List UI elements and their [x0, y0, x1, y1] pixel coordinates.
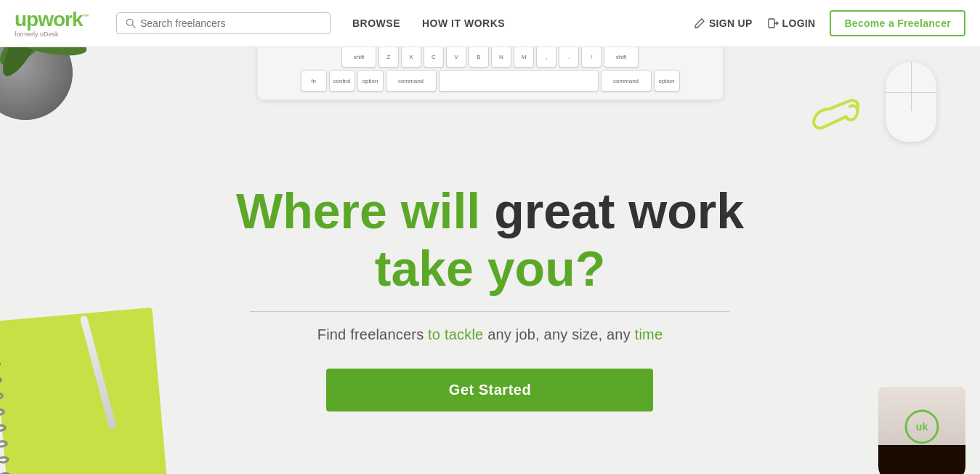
- hero-subtitle-tackle: to tackle: [428, 326, 483, 342]
- hero-title: Where will great work take you?: [236, 182, 744, 296]
- hero-title-line1-green: Where will: [236, 183, 480, 238]
- key-command-right: command: [601, 70, 652, 92]
- key-shift-right: shift: [604, 47, 639, 68]
- spiral-ring: [0, 408, 5, 416]
- key-m: M: [514, 47, 534, 68]
- nav-links: BROWSE HOW IT WORKS: [352, 17, 694, 29]
- key-control: control: [329, 70, 355, 92]
- key-n: N: [491, 47, 511, 68]
- key-b: B: [469, 47, 489, 68]
- coffee-decoration: uk: [878, 387, 965, 474]
- svg-point-5: [0, 47, 47, 81]
- hero-section: shift Z X C V B N M , . / shift fn contr…: [0, 47, 980, 474]
- hero-subtitle: Find freelancers to tackle any job, any …: [236, 326, 744, 343]
- paperclip-decoration: [806, 85, 864, 147]
- svg-text:uk: uk: [916, 421, 928, 433]
- hero-subtitle-time: time: [635, 326, 663, 342]
- keyboard-row-1: shift Z X C V B N M , . / shift: [264, 47, 717, 68]
- logo-sub: formerly oDesk: [15, 31, 59, 38]
- key-fn: fn: [301, 70, 327, 92]
- hero-title-line2: take you?: [375, 241, 605, 296]
- spiral-ring: [0, 392, 4, 400]
- mouse-vline: [911, 62, 912, 111]
- key-comma: ,: [536, 47, 556, 68]
- key-option-right: option: [654, 70, 680, 92]
- svg-line-1: [132, 25, 135, 28]
- coffee-logo: uk: [904, 409, 940, 445]
- plant-leaves: [0, 47, 116, 84]
- pencil-icon: [694, 17, 705, 29]
- key-c: C: [424, 47, 444, 68]
- keyboard-row-2: fn control option command command option: [264, 70, 717, 92]
- coffee-liquid: [878, 445, 965, 474]
- key-z: Z: [378, 47, 399, 68]
- search-icon: [126, 18, 136, 28]
- mouse: [886, 62, 936, 142]
- login-button[interactable]: LOGIN: [767, 17, 816, 29]
- navbar: upwork™ formerly oDesk BROWSE HOW IT WOR…: [0, 0, 980, 47]
- key-shift-left: shift: [341, 47, 376, 68]
- login-icon: [767, 17, 779, 29]
- spiral-ring: [0, 456, 9, 464]
- key-slash: /: [581, 47, 602, 68]
- keyboard-decoration: shift Z X C V B N M , . / shift fn contr…: [243, 47, 737, 167]
- nav-right: SIGN UP LOGIN Become a Freelancer: [694, 10, 965, 36]
- key-space: [439, 70, 599, 92]
- key-command-left: command: [386, 70, 437, 92]
- hero-content: Where will great work take you? Find fre…: [236, 182, 744, 411]
- spiral-ring: [0, 440, 8, 448]
- search-box[interactable]: [116, 12, 331, 34]
- key-v: V: [446, 47, 466, 68]
- logo-text: upwork™: [15, 9, 89, 30]
- spiral-ring: [0, 360, 1, 368]
- spiral-ring: [0, 376, 2, 384]
- svg-rect-2: [769, 19, 774, 28]
- spiral-ring: [0, 424, 7, 432]
- key-option: option: [357, 70, 384, 92]
- nav-how-it-works[interactable]: HOW IT WORKS: [422, 17, 505, 29]
- search-input[interactable]: [140, 17, 321, 29]
- nav-browse[interactable]: BROWSE: [352, 17, 400, 29]
- notebook-spiral: [0, 328, 12, 474]
- mouse-decoration: [886, 62, 936, 142]
- keyboard: shift Z X C V B N M , . / shift fn contr…: [258, 47, 723, 100]
- logo: upwork™ formerly oDesk: [15, 9, 102, 38]
- signup-button[interactable]: SIGN UP: [694, 17, 753, 29]
- become-freelancer-button[interactable]: Become a Freelancer: [830, 10, 965, 36]
- hero-divider: [250, 311, 729, 312]
- coffee-cup: uk: [878, 387, 965, 474]
- key-x: X: [401, 47, 421, 68]
- plant-decoration: [0, 47, 73, 120]
- key-period: .: [559, 47, 579, 68]
- hero-title-line1-dark2: great work: [494, 183, 744, 238]
- paperclip-icon: [808, 85, 864, 141]
- get-started-button[interactable]: Get Started: [326, 369, 653, 411]
